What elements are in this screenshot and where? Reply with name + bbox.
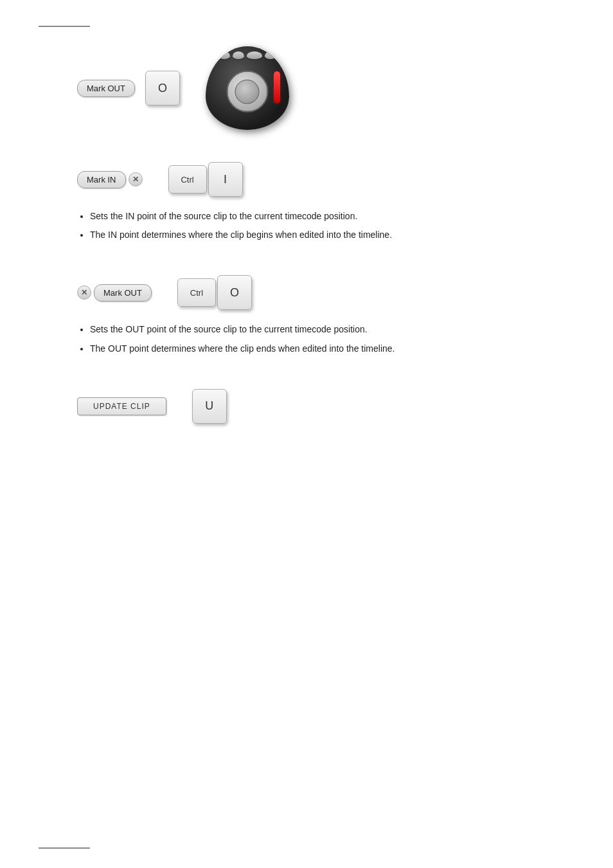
mark-out-controls-group: Mark OUT O: [77, 71, 180, 105]
key-i: I: [208, 162, 243, 197]
section-mark-in: Mark IN ✕ Ctrl I Sets the IN point of th…: [39, 162, 574, 243]
shuttle-btn-4: [265, 51, 276, 59]
shuttle-btn-3: [247, 51, 262, 59]
key-u: U: [192, 389, 227, 424]
bottom-divider: [39, 847, 90, 849]
key-ctrl-1: Ctrl: [168, 165, 207, 194]
shuttle-inner-dial: [235, 79, 260, 104]
section-mark-out-shuttle: Mark OUT O: [39, 46, 574, 130]
key-o: O: [145, 71, 180, 105]
key-ctrl-2: Ctrl: [177, 278, 216, 307]
section3-bullet-2: The OUT point determines where the clip …: [90, 341, 574, 357]
ctrl-i-keys-group: Ctrl I: [168, 162, 243, 197]
section2-bullet-2: The IN point determines where the clip b…: [90, 227, 574, 243]
shuttle-device: [206, 46, 289, 130]
mark-out-group: ✕ Mark OUT: [77, 284, 152, 302]
key-u-group: U: [192, 389, 227, 424]
mark-in-x-icon: ✕: [129, 172, 143, 186]
section-mark-out-ctrl: ✕ Mark OUT Ctrl O Sets the OUT point of …: [39, 275, 574, 356]
section3-bullets: Sets the OUT point of the source clip to…: [90, 321, 574, 356]
shuttle-red-strip: [274, 71, 280, 104]
section2-bullet-1: Sets the IN point of the source clip to …: [90, 208, 574, 224]
section2-bullets: Sets the IN point of the source clip to …: [90, 208, 574, 243]
mark-out-button-2[interactable]: Mark OUT: [94, 284, 152, 302]
update-clip-button[interactable]: UPDATE CLIP: [77, 397, 166, 415]
mark-in-button[interactable]: Mark IN: [77, 171, 126, 188]
key-o-2: O: [217, 275, 252, 310]
mark-out-button[interactable]: Mark OUT: [77, 80, 135, 97]
shuttle-top-buttons: [218, 51, 276, 59]
shuttle-center-dial: [226, 71, 268, 113]
key-o-group: O: [145, 71, 180, 105]
top-divider: [39, 26, 90, 27]
mark-out-x-icon: ✕: [77, 285, 91, 300]
section-update-clip: UPDATE CLIP U: [39, 389, 574, 424]
shuttle-btn-1: [218, 51, 230, 59]
ctrl-o-keys-group: Ctrl O: [177, 275, 252, 310]
mark-in-group: Mark IN ✕: [77, 171, 143, 188]
page: Mark OUT O: [0, 0, 613, 868]
section3-bullet-1: Sets the OUT point of the source clip to…: [90, 321, 574, 338]
shuttle-btn-2: [233, 51, 244, 59]
